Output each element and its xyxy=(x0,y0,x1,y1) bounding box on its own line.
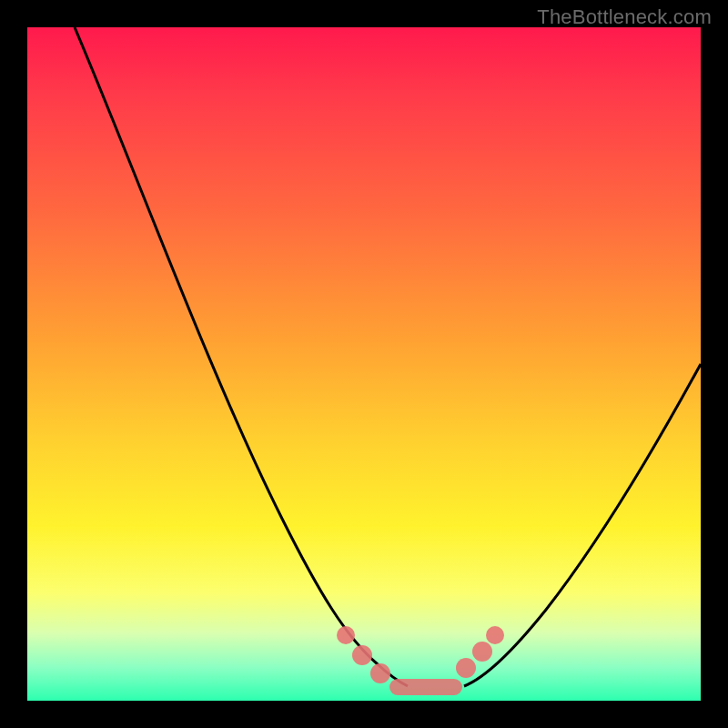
curve-marker xyxy=(337,626,355,644)
curve-marker xyxy=(486,626,504,644)
bottleneck-curve-svg xyxy=(27,27,701,701)
plot-area xyxy=(27,27,701,701)
curve-left-branch xyxy=(75,27,408,686)
curve-flat-region xyxy=(389,679,462,695)
curve-marker xyxy=(472,642,492,662)
chart-frame: TheBottleneck.com xyxy=(0,0,728,728)
curve-marker xyxy=(456,658,476,678)
attribution-text: TheBottleneck.com xyxy=(537,5,712,29)
curve-marker xyxy=(352,645,372,665)
curve-marker xyxy=(370,663,390,683)
